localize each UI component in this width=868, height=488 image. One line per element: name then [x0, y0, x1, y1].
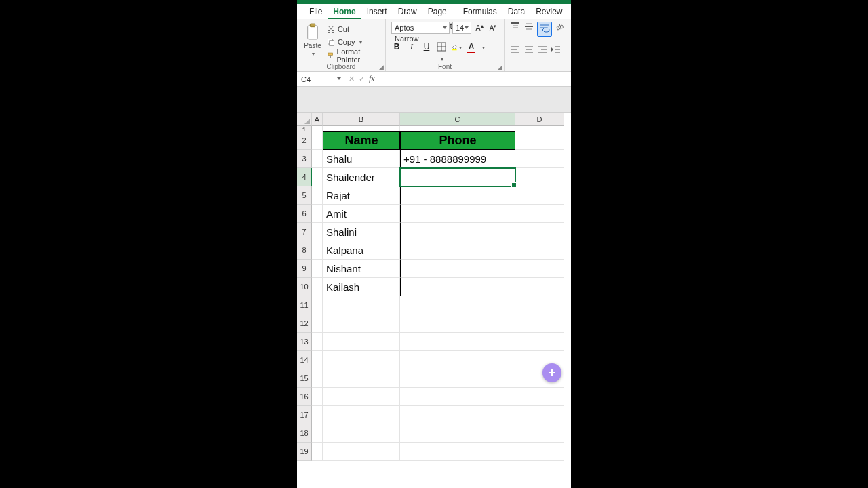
clipboard-icon — [305, 23, 320, 41]
row-header[interactable]: 16 — [297, 388, 312, 406]
cut-button[interactable]: Cut — [327, 23, 380, 35]
ribbon-group-clipboard: Paste ▾ Cut Copy ▾ Format Painter Clip — [297, 19, 386, 71]
column-headers[interactable]: A B C D — [297, 113, 571, 126]
svg-rect-0 — [308, 26, 318, 39]
dialog-launcher-icon[interactable]: ◢ — [498, 64, 502, 70]
align-middle-button[interactable] — [524, 22, 534, 37]
ribbon-tabs: File Home Insert Draw Page Layout Formul… — [297, 4, 571, 19]
cell-name[interactable]: Kailash — [323, 278, 400, 296]
row-header[interactable]: 12 — [297, 314, 312, 333]
row-header[interactable]: 3 — [297, 150, 312, 168]
row-header[interactable]: 18 — [297, 424, 312, 443]
col-header-b[interactable]: B — [323, 113, 400, 126]
row-header[interactable]: 6 — [297, 205, 312, 223]
row-header[interactable]: 5 — [297, 186, 312, 205]
cell-name[interactable]: Shalini — [323, 223, 400, 241]
row-header[interactable]: 17 — [297, 406, 312, 424]
cell-phone[interactable] — [400, 186, 515, 205]
cell-name[interactable]: Kalpana — [323, 241, 400, 260]
cell-phone[interactable] — [400, 260, 515, 278]
row-header[interactable]: 9 — [297, 260, 312, 278]
row-header[interactable]: 10 — [297, 278, 312, 296]
row-header[interactable]: 7 — [297, 223, 312, 241]
wrap-text-button[interactable] — [537, 22, 552, 37]
align-center-button[interactable] — [524, 45, 534, 57]
increase-font-button[interactable]: A▴ — [474, 23, 485, 33]
formula-bar[interactable] — [379, 72, 571, 86]
align-right-button[interactable] — [537, 45, 548, 57]
copy-button[interactable]: Copy ▾ — [327, 37, 380, 49]
paste-button[interactable]: Paste ▾ — [302, 22, 323, 62]
scissors-icon — [327, 25, 335, 33]
tab-home[interactable]: Home — [328, 4, 361, 19]
cell-phone[interactable]: +91 - 8888899999 — [400, 150, 515, 168]
tab-insert[interactable]: Insert — [361, 4, 393, 19]
underline-button[interactable]: U — [421, 42, 432, 53]
row-header[interactable]: 14 — [297, 351, 312, 369]
row-header[interactable]: 19 — [297, 443, 312, 461]
cell-name[interactable]: Amit — [323, 205, 400, 223]
table-header-phone[interactable]: Phone — [400, 131, 515, 150]
borders-button[interactable]: ▾ — [436, 42, 447, 53]
cell-name[interactable]: Shailender — [323, 168, 400, 186]
name-box[interactable]: C4 — [297, 72, 344, 86]
font-color-button[interactable]: A — [466, 42, 477, 53]
orientation-button[interactable]: ab — [555, 22, 566, 37]
col-header-d[interactable]: D — [515, 113, 564, 126]
cell-name[interactable]: Nishant — [323, 260, 400, 278]
increase-indent-button[interactable] — [551, 45, 561, 57]
tab-review[interactable]: Review — [530, 4, 568, 19]
format-painter-button[interactable]: Format Painter — [327, 49, 380, 62]
formula-bar-expanded — [297, 87, 571, 113]
active-cell[interactable] — [400, 168, 515, 186]
fx-icon[interactable]: fx — [369, 74, 375, 84]
font-color-dropdown[interactable]: ▾ — [482, 45, 485, 51]
tab-data[interactable]: Data — [502, 4, 530, 19]
chevron-down-icon: ▾ — [359, 39, 362, 45]
tab-draw[interactable]: Draw — [393, 4, 422, 19]
row-header[interactable]: 8 — [297, 241, 312, 260]
cell-name[interactable]: Rajat — [323, 186, 400, 205]
svg-rect-5 — [330, 41, 334, 46]
font-color-swatch — [467, 52, 475, 53]
tab-page-layout[interactable]: Page Layout — [422, 4, 458, 19]
svg-rect-11 — [452, 49, 456, 50]
row-header[interactable]: 13 — [297, 333, 312, 351]
tab-file[interactable]: File — [304, 4, 328, 19]
paintbrush-icon — [327, 52, 334, 60]
row-header[interactable]: 11 — [297, 296, 312, 314]
table-header-name[interactable]: Name — [323, 131, 400, 150]
row-header[interactable]: 15 — [297, 369, 312, 388]
cell-phone[interactable] — [400, 223, 515, 241]
excel-window: File Home Insert Draw Page Layout Formul… — [297, 0, 571, 488]
decrease-font-button[interactable]: A▾ — [488, 24, 498, 32]
svg-text:ab: ab — [555, 22, 565, 31]
formula-enter-icon[interactable]: ✓ — [359, 75, 365, 83]
bold-button[interactable]: B — [391, 42, 402, 53]
cell-phone[interactable] — [400, 278, 515, 296]
svg-rect-6 — [328, 53, 333, 55]
row-header[interactable]: 4 — [297, 168, 312, 186]
align-left-button[interactable] — [510, 45, 521, 57]
tab-view[interactable]: View — [568, 4, 571, 19]
copy-label: Copy — [338, 38, 355, 46]
font-size-select[interactable]: 14 — [452, 22, 471, 34]
svg-point-3 — [332, 30, 334, 32]
clipboard-list: Cut Copy ▾ Format Painter — [327, 22, 380, 62]
dialog-launcher-icon[interactable]: ◢ — [379, 64, 384, 70]
tab-formulas[interactable]: Formulas — [458, 4, 502, 19]
paste-label: Paste — [304, 42, 321, 49]
fill-color-button[interactable]: ▾ — [451, 42, 462, 53]
grid[interactable]: A B C D 1 2 Name Phone 3 Shalu +91 - 888… — [297, 113, 571, 461]
row-header[interactable]: 2 — [297, 131, 312, 150]
cell-phone[interactable] — [400, 205, 515, 223]
cell-name[interactable]: Shalu — [323, 150, 400, 168]
align-top-button[interactable] — [510, 22, 521, 37]
col-header-a[interactable]: A — [312, 113, 323, 126]
cell-phone[interactable] — [400, 241, 515, 260]
select-all-corner[interactable] — [297, 113, 312, 126]
formula-cancel-icon[interactable]: ✕ — [349, 75, 355, 83]
col-header-c[interactable]: C — [400, 113, 515, 126]
font-name-select[interactable]: Aptos Narrow — [391, 22, 450, 34]
italic-button[interactable]: I — [406, 42, 417, 53]
